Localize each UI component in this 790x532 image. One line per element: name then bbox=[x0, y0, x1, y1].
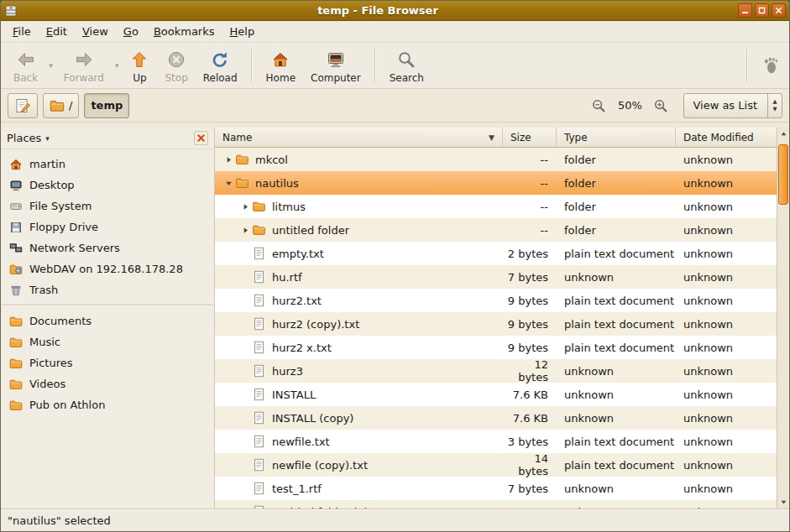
list-header: Name ▼ Size Type Date Modified bbox=[215, 128, 777, 148]
file-row-install[interactable]: INSTALL7.6 KBunknownunknown bbox=[215, 383, 777, 406]
toolbar-computer-button[interactable]: Computer bbox=[303, 46, 369, 86]
close-button[interactable] bbox=[772, 3, 786, 18]
scroll-up-button[interactable] bbox=[777, 128, 789, 140]
titlebar[interactable]: temp - File Browser bbox=[1, 1, 789, 21]
column-header-type[interactable]: Type bbox=[557, 128, 676, 148]
file-modified: unknown bbox=[676, 224, 777, 237]
file-size: 14 bytes bbox=[503, 452, 557, 477]
file-modified: unknown bbox=[676, 318, 777, 331]
sidebar-close-button[interactable] bbox=[194, 131, 208, 145]
path-root-button[interactable]: / bbox=[43, 93, 79, 118]
menu-view[interactable]: View bbox=[75, 22, 116, 41]
menu-edit[interactable]: Edit bbox=[39, 22, 75, 41]
path-current-button[interactable]: temp bbox=[84, 93, 129, 118]
sidebar-item-file-system[interactable]: File System bbox=[1, 196, 214, 216]
file-size: 12 bytes bbox=[503, 358, 557, 383]
sidebar-item-martin[interactable]: martin bbox=[1, 154, 214, 175]
folder-icon bbox=[235, 176, 249, 190]
sidebar-item-label: Documents bbox=[29, 315, 92, 327]
expander-closed-icon[interactable] bbox=[238, 227, 252, 234]
search-icon bbox=[396, 50, 416, 70]
file-row-hu-rtf[interactable]: hu.rtf7 bytesunknownunknown bbox=[215, 265, 777, 289]
file-row-newfile-txt[interactable]: newfile.txt3 bytesplain text documentunk… bbox=[215, 430, 777, 453]
vertical-scrollbar[interactable] bbox=[777, 128, 789, 509]
toolbar-search-button[interactable]: Search bbox=[382, 46, 432, 86]
sidebar-item-floppy-drive[interactable]: Floppy Drive bbox=[1, 216, 214, 237]
sidebar-item-webdav-on-192-168-178-28[interactable]: WebDAV on 192.168.178.28 bbox=[1, 258, 214, 279]
folder-icon bbox=[252, 200, 266, 213]
home-large-icon bbox=[270, 50, 290, 70]
file-row-mkcol[interactable]: mkcol--folderunknown bbox=[215, 148, 777, 171]
menu-go[interactable]: Go bbox=[116, 22, 146, 41]
file-name: INSTALL (copy) bbox=[272, 412, 353, 425]
file-name: untitled folder bbox=[272, 224, 349, 237]
toolbar: Back▾Forward▾UpStopReloadHomeComputerSea… bbox=[1, 43, 789, 89]
file-row-hurz2-txt[interactable]: hurz2.txt9 bytesplain text documentunkno… bbox=[215, 289, 777, 312]
folder-icon bbox=[235, 153, 249, 166]
sidebar-item-pub-on-athlon[interactable]: Pub on Athlon bbox=[1, 394, 214, 415]
file-row-hurz2-x-txt[interactable]: hurz2 x.txt9 bytesplain text documentunk… bbox=[215, 336, 777, 359]
scrollbar-track[interactable] bbox=[777, 140, 789, 496]
file-type: unknown bbox=[557, 412, 676, 425]
maximize-button[interactable] bbox=[755, 3, 769, 18]
file-row-hurz2-copy-txt[interactable]: hurz2 (copy).txt9 bytesplain text docume… bbox=[215, 312, 777, 336]
menu-help[interactable]: Help bbox=[222, 22, 263, 41]
sidebar-item-label: WebDAV on 192.168.178.28 bbox=[29, 263, 183, 275]
menu-file[interactable]: File bbox=[5, 22, 39, 41]
file-modified: unknown bbox=[676, 389, 777, 401]
toggle-location-entry-button[interactable] bbox=[8, 93, 38, 118]
column-header-name[interactable]: Name ▼ bbox=[215, 128, 503, 148]
file-name: INSTALL bbox=[272, 389, 316, 401]
scroll-down-button[interactable] bbox=[777, 496, 789, 509]
menu-bookmarks[interactable]: Bookmarks bbox=[146, 22, 222, 41]
toolbar-up-button[interactable]: Up bbox=[122, 46, 157, 86]
file-row-hurz3[interactable]: hurz312 bytesunknownunknown bbox=[215, 359, 777, 383]
toolbar-up-label: Up bbox=[133, 72, 146, 84]
file-size: 3 bytes bbox=[503, 436, 557, 448]
file-row-test-1-rtf[interactable]: test_1.rtf7 bytesunknownunknown bbox=[215, 477, 777, 500]
file-row-nautilus[interactable]: nautilus--folderunknown bbox=[215, 171, 777, 195]
sidebar-item-videos[interactable]: Videos bbox=[1, 373, 214, 394]
window-controls bbox=[738, 3, 786, 18]
sidebar-item-music[interactable]: Music bbox=[1, 331, 214, 352]
folder-icon bbox=[9, 315, 23, 328]
folder-icon bbox=[9, 378, 23, 391]
expander-open-icon[interactable] bbox=[222, 180, 235, 187]
file-row-untitled-folder-2[interactable]: untitled folder (2)1.7 KBunknownunknown bbox=[215, 500, 777, 509]
column-header-date-modified[interactable]: Date Modified bbox=[676, 128, 777, 148]
expander-closed-icon[interactable] bbox=[222, 156, 235, 164]
zoom-out-button[interactable] bbox=[588, 93, 610, 118]
file-row-litmus[interactable]: litmus--folderunknown bbox=[215, 195, 777, 218]
file-row-empty-txt[interactable]: empty.txt2 bytesplain text documentunkno… bbox=[215, 242, 777, 265]
toolbar-forward-dropdown-icon: ▾ bbox=[112, 61, 123, 70]
file-row-install-copy[interactable]: INSTALL (copy)7.6 KBunknownunknown bbox=[215, 406, 777, 430]
zoom-in-button[interactable] bbox=[650, 93, 672, 118]
expander-closed-icon[interactable] bbox=[238, 203, 252, 211]
forward-icon bbox=[74, 50, 94, 70]
file-modified: unknown bbox=[676, 295, 777, 307]
file-size: 7 bytes bbox=[503, 271, 557, 284]
minimize-button[interactable] bbox=[738, 3, 752, 18]
sidebar-item-documents[interactable]: Documents bbox=[1, 310, 214, 331]
sidebar-item-label: File System bbox=[29, 200, 92, 212]
column-header-size[interactable]: Size bbox=[503, 128, 557, 148]
scrollbar-thumb[interactable] bbox=[778, 144, 788, 205]
sidebar-item-pictures[interactable]: Pictures bbox=[1, 352, 214, 373]
toolbar-home-button[interactable]: Home bbox=[259, 46, 303, 86]
toolbar-reload-button[interactable]: Reload bbox=[196, 46, 245, 86]
file-row-newfile-copy-txt[interactable]: newfile (copy).txt14 bytesplain text doc… bbox=[215, 453, 777, 477]
file-type: plain text document bbox=[557, 342, 676, 354]
menubar: FileEditViewGoBookmarksHelp bbox=[1, 21, 789, 43]
sidebar-item-label: Pictures bbox=[29, 357, 72, 369]
sidebar-title[interactable]: Places bbox=[7, 132, 41, 144]
sidebar-item-trash[interactable]: Trash bbox=[1, 279, 214, 300]
sidebar-item-network-servers[interactable]: Network Servers bbox=[1, 237, 214, 258]
toolbar-forward-button: Forward bbox=[56, 46, 112, 86]
view-as-dropdown[interactable]: View as List ▲▼ bbox=[683, 93, 782, 118]
file-row-untitled-folder[interactable]: untitled folder--folderunknown bbox=[215, 218, 777, 242]
sidebar-item-desktop[interactable]: Desktop bbox=[1, 175, 214, 196]
file-name: hu.rtf bbox=[272, 271, 302, 284]
file-modified: unknown bbox=[676, 342, 777, 354]
toolbar-separator bbox=[251, 49, 253, 82]
text-file-icon bbox=[252, 247, 266, 260]
